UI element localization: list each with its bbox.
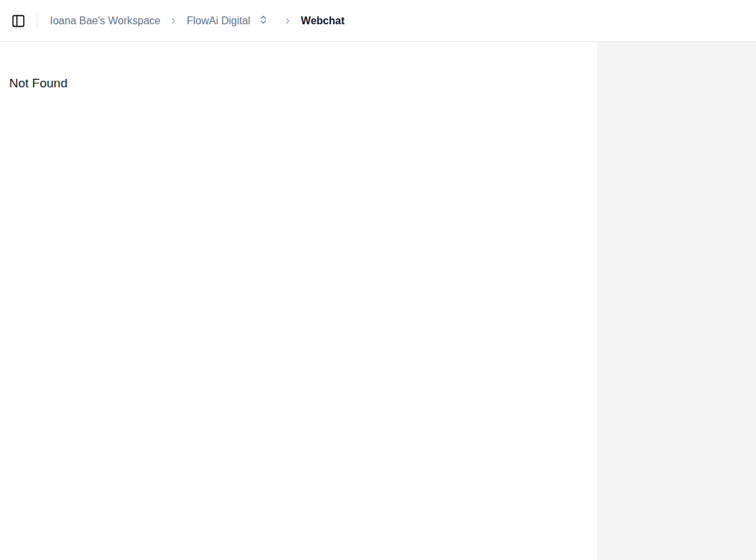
sidebar-toggle-button[interactable] xyxy=(11,13,26,29)
not-found-message: Not Found xyxy=(9,76,597,91)
side-panel xyxy=(597,42,756,560)
chevrons-up-down-icon xyxy=(258,14,269,27)
main-content: Not Found xyxy=(0,42,597,560)
app-window: Ioana Bae's Workspace FlowAi Digital xyxy=(0,0,756,560)
chevron-right-icon xyxy=(169,16,178,26)
chevron-right-icon xyxy=(283,16,292,26)
header-divider xyxy=(37,14,37,28)
top-bar: Ioana Bae's Workspace FlowAi Digital xyxy=(0,0,756,42)
breadcrumb-project-link[interactable]: FlowAi Digital xyxy=(187,15,250,27)
panel-left-icon xyxy=(11,14,26,28)
body-row: Not Found xyxy=(0,42,756,560)
breadcrumb: Ioana Bae's Workspace FlowAi Digital xyxy=(50,14,345,27)
breadcrumb-workspace-link[interactable]: Ioana Bae's Workspace xyxy=(50,15,160,27)
breadcrumb-current-page: Webchat xyxy=(301,15,344,27)
project-selector-button[interactable] xyxy=(258,14,269,27)
